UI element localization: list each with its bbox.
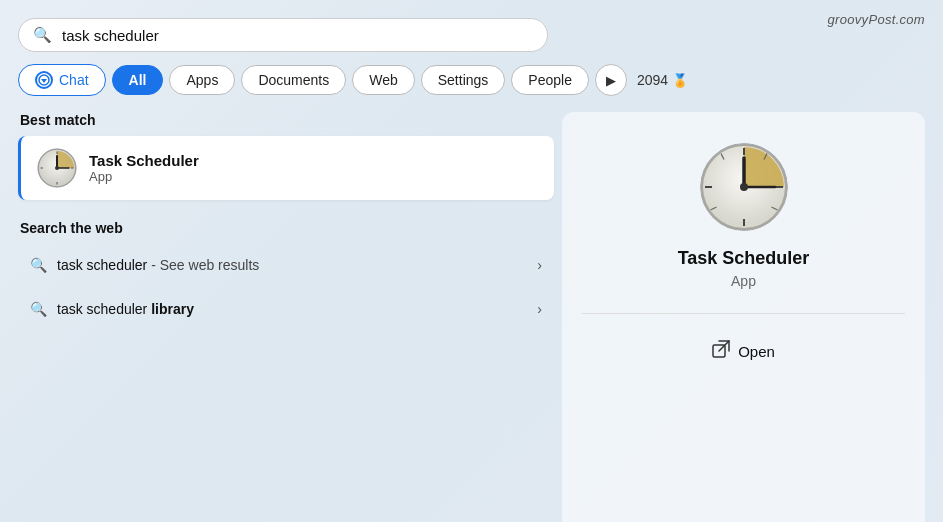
chevron-icon-1: › bbox=[537, 257, 542, 273]
chat-icon bbox=[35, 71, 53, 89]
tab-more-button[interactable]: ▶ bbox=[595, 64, 627, 96]
web-search-item-2[interactable]: 🔍 task scheduler library › bbox=[18, 288, 554, 330]
filter-tabs: Chat All Apps Documents Web Settings Peo… bbox=[18, 64, 925, 96]
search-icon-small-1: 🔍 bbox=[30, 257, 47, 273]
main-container: groovyPost.com 🔍 Chat All Apps Documents bbox=[0, 0, 943, 522]
web-query-1-main: task scheduler bbox=[57, 257, 147, 273]
watermark: groovyPost.com bbox=[828, 12, 925, 27]
right-app-name: Task Scheduler bbox=[678, 248, 810, 269]
divider bbox=[582, 313, 905, 314]
web-search-left-1: 🔍 task scheduler - See web results bbox=[30, 257, 259, 273]
content-area: Best match bbox=[18, 112, 925, 522]
svg-marker-1 bbox=[41, 79, 47, 83]
best-match-item[interactable]: Task Scheduler App bbox=[18, 136, 554, 200]
svg-point-24 bbox=[740, 183, 748, 191]
open-label: Open bbox=[738, 343, 775, 360]
best-match-title: Best match bbox=[18, 112, 554, 128]
filter-badge-icon: 🏅 bbox=[672, 73, 688, 88]
tab-documents[interactable]: Documents bbox=[241, 65, 346, 95]
tab-all-label: All bbox=[129, 72, 147, 88]
right-app-icon bbox=[699, 142, 789, 232]
left-panel: Best match bbox=[18, 112, 554, 522]
web-query-2: task scheduler library bbox=[57, 301, 194, 317]
tab-settings-label: Settings bbox=[438, 72, 489, 88]
svg-line-27 bbox=[719, 341, 729, 351]
web-query-2-bold: library bbox=[151, 301, 194, 317]
tab-all[interactable]: All bbox=[112, 65, 164, 95]
result-count: 2094 bbox=[637, 72, 668, 88]
tab-people[interactable]: People bbox=[511, 65, 589, 95]
app-icon bbox=[37, 148, 77, 188]
tab-apps-label: Apps bbox=[186, 72, 218, 88]
search-icon: 🔍 bbox=[33, 26, 52, 44]
right-panel: Task Scheduler App Open bbox=[562, 112, 925, 522]
app-info: Task Scheduler App bbox=[89, 152, 199, 184]
search-bar: 🔍 bbox=[18, 18, 548, 52]
tab-apps[interactable]: Apps bbox=[169, 65, 235, 95]
tab-settings[interactable]: Settings bbox=[421, 65, 506, 95]
search-input[interactable] bbox=[62, 27, 533, 44]
web-query-2-normal: task scheduler bbox=[57, 301, 151, 317]
result-count-area: 2094 🏅 bbox=[637, 72, 688, 88]
tab-web[interactable]: Web bbox=[352, 65, 415, 95]
tab-web-label: Web bbox=[369, 72, 398, 88]
app-type: App bbox=[89, 169, 199, 184]
web-query-1-suffix: - See web results bbox=[147, 257, 259, 273]
search-icon-small-2: 🔍 bbox=[30, 301, 47, 317]
web-search-section: Search the web 🔍 task scheduler - See we… bbox=[18, 220, 554, 332]
open-button[interactable]: Open bbox=[700, 334, 787, 368]
open-external-icon bbox=[712, 340, 730, 362]
tab-chat[interactable]: Chat bbox=[18, 64, 106, 96]
web-query-1: task scheduler - See web results bbox=[57, 257, 259, 273]
tab-documents-label: Documents bbox=[258, 72, 329, 88]
web-search-title: Search the web bbox=[18, 220, 554, 236]
tab-more-icon: ▶ bbox=[606, 73, 616, 88]
svg-point-10 bbox=[55, 166, 59, 170]
app-name: Task Scheduler bbox=[89, 152, 199, 169]
web-search-item-1[interactable]: 🔍 task scheduler - See web results › bbox=[18, 244, 554, 286]
right-app-type: App bbox=[731, 273, 756, 289]
tab-chat-label: Chat bbox=[59, 72, 89, 88]
tab-people-label: People bbox=[528, 72, 572, 88]
web-search-left-2: 🔍 task scheduler library bbox=[30, 301, 194, 317]
chevron-icon-2: › bbox=[537, 301, 542, 317]
